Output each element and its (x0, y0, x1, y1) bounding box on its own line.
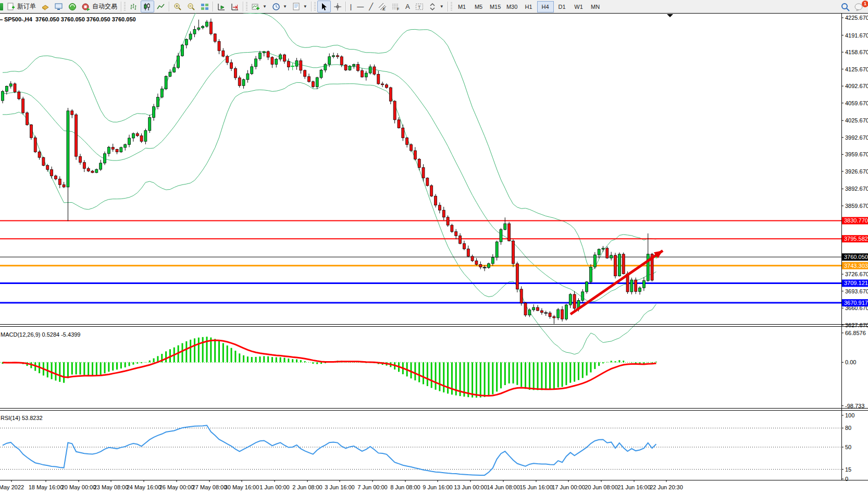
macd-indicator-label: MACD(12,26,9) 0.5284 -5.4399 (1, 331, 80, 338)
candle (635, 278, 637, 294)
horizontal-line-tool-button[interactable]: — (354, 1, 366, 13)
text-label-icon: T (415, 3, 424, 11)
auto-trading-button[interactable]: 自动交易 (79, 1, 120, 13)
axis-tick-label: 4125.670 (845, 66, 868, 72)
candle (520, 286, 523, 305)
price-level-label: 3760.050 (844, 254, 868, 260)
toolbar-grip (124, 2, 126, 11)
arrows-tool-button[interactable]: ▼ (426, 1, 447, 13)
timeframe-m15-button[interactable]: M15 (487, 1, 504, 13)
time-axis-label: May 2022 (0, 484, 24, 490)
horizontal-line-icon: — (357, 3, 364, 11)
zoom-out-button[interactable] (184, 1, 198, 13)
auto-scroll-icon (217, 3, 226, 11)
templates-button[interactable]: ▼ (290, 1, 310, 13)
candle (426, 177, 429, 186)
axis-tick-label: 3627.670 (845, 322, 868, 328)
chart-canvas[interactable]: 4225.6704191.6704158.6704125.6704092.670… (0, 13, 868, 494)
timeframe-m1-button[interactable]: M1 (454, 1, 470, 13)
toolbar-separator (213, 2, 214, 11)
axis-tick-label: 4059.670 (845, 100, 868, 106)
axis-tick-label: 15 (845, 466, 851, 473)
line-chart-icon (157, 3, 165, 11)
toolbar-separator (311, 2, 312, 11)
candle (42, 157, 45, 166)
axis-tick-label: 3959.670 (845, 151, 868, 157)
new-order-button[interactable]: 新订单 (4, 1, 39, 13)
bar-chart-mode-button[interactable] (127, 1, 141, 13)
template-icon (292, 3, 301, 11)
axis-tick-label: 4092.670 (845, 83, 868, 89)
line-chart-mode-button[interactable] (154, 1, 168, 13)
timeframe-m30-button[interactable]: M30 (504, 1, 520, 13)
terminal-button[interactable] (52, 1, 66, 13)
notifications-icon[interactable]: 1 (854, 3, 865, 11)
charts-button[interactable] (39, 1, 52, 13)
toolbar-separator (345, 2, 346, 11)
time-axis-label: 21 Jun 16:00 (617, 484, 651, 490)
trendline-tool-button[interactable]: ╱ (366, 1, 376, 13)
time-axis-label: 27 May 08:00 (192, 484, 227, 490)
tile-windows-button[interactable] (198, 1, 212, 13)
partial-chart-icon (0, 3, 3, 10)
timeframe-h1-button[interactable]: H1 (520, 1, 537, 13)
auto-trading-label: 自动交易 (92, 2, 117, 11)
candle-chart-mode-button[interactable] (141, 1, 154, 13)
auto-trading-icon (82, 3, 90, 11)
candle (393, 100, 396, 123)
time-axis-label: 30 May 16:00 (225, 484, 259, 490)
timeframe-mn-button[interactable]: MN (587, 1, 604, 13)
toolbar-separator (243, 2, 244, 11)
timeframe-m5-button[interactable]: M5 (470, 1, 487, 13)
candle (104, 152, 106, 165)
trendline-icon: ╱ (369, 3, 373, 11)
axis-tick-label: 3926.670 (845, 168, 868, 175)
notification-badge: 1 (862, 1, 868, 7)
time-axis-label: 13 Jun 00:00 (454, 484, 487, 490)
toolbar-separator (448, 2, 449, 11)
ohlc-values: 3760.050 3760.050 3760.050 3760.050 (35, 16, 136, 22)
candle (18, 90, 20, 100)
timeframe-d1-button[interactable]: D1 (554, 1, 571, 13)
candle (120, 146, 122, 153)
zoom-in-button[interactable] (171, 1, 184, 13)
axis-tick-label: 66.8576 (845, 330, 866, 336)
crosshair-tool-button[interactable] (331, 1, 344, 13)
svg-text:E: E (383, 7, 386, 11)
auto-scroll-button[interactable] (215, 1, 228, 13)
time-axis-label: 15 Jun 16:00 (519, 484, 553, 490)
time-axis-label: 9 Jun 16:00 (423, 484, 453, 490)
periods-button[interactable]: ▼ (269, 1, 290, 13)
time-axis-label: 1 Jun 00:00 (259, 484, 290, 490)
price-level-label: 3743.303 (844, 263, 868, 269)
candle (75, 113, 78, 159)
channel-tool-button[interactable]: E (376, 1, 389, 13)
time-axis-label: 7 Jun 00:00 (357, 484, 388, 490)
candle (622, 252, 625, 274)
candle (181, 44, 183, 57)
connection-button[interactable] (66, 1, 79, 13)
timeframe-group: M1M5M15M30H1H4D1W1MN (454, 1, 604, 13)
timeframe-w1-button[interactable]: W1 (571, 1, 587, 13)
dropdown-arrow-icon: ▼ (283, 4, 287, 9)
candlestick-icon (143, 3, 152, 11)
fibonacci-tool-button[interactable]: F (389, 1, 403, 13)
candle (589, 264, 592, 284)
fibonacci-icon: F (392, 3, 400, 11)
equidistant-channel-icon: E (378, 3, 387, 11)
vertical-line-tool-button[interactable]: | (348, 1, 354, 13)
candle (630, 278, 633, 294)
cursor-tool-button[interactable] (317, 1, 331, 13)
time-axis-label: 2 Jun 08:00 (292, 484, 323, 490)
search-icon[interactable] (841, 3, 849, 11)
axis-tick-label: -98.733 (845, 403, 864, 409)
time-axis-label: 22 Jun 20:30 (650, 484, 683, 490)
text-tool-button[interactable]: A (403, 1, 413, 13)
axis-tick-label: 3892.670 (845, 186, 868, 192)
axis-tick-label: 80 (845, 425, 851, 431)
indicators-button[interactable]: ▼ (249, 1, 269, 13)
chart-shift-button[interactable] (228, 1, 242, 13)
text-label-tool-button[interactable]: T (413, 1, 426, 13)
timeframe-h4-button[interactable]: H4 (537, 1, 554, 13)
time-axis-label: 18 May 16:00 (29, 484, 64, 490)
